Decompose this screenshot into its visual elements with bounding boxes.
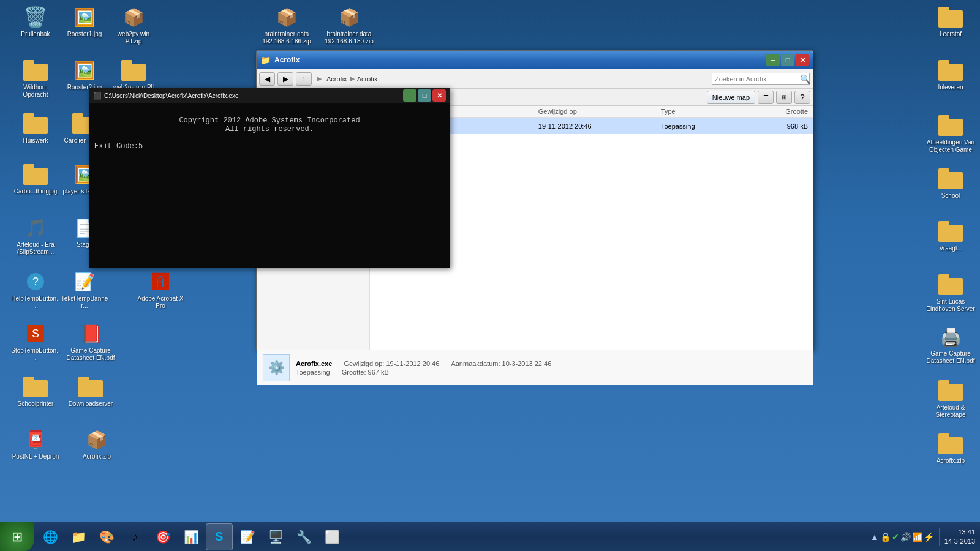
forward-button[interactable]: ▶	[277, 72, 293, 86]
explorer-titlebar: 📁 Acrofix ─ □ ✕	[257, 51, 813, 69]
tray-security[interactable]: 🔒	[880, 532, 891, 542]
taskbar-skype[interactable]: S	[206, 523, 233, 550]
desktop-icon-wildhorn[interactable]: Wildhorn Opdracht	[11, 58, 60, 99]
folder-icon-sint-lucas	[938, 272, 963, 297]
file-preview: ⚙️	[263, 354, 290, 381]
desktop-icon-postnl[interactable]: 📮 PostNL + Depron	[11, 427, 60, 460]
close-button[interactable]: ✕	[796, 54, 809, 66]
folder-icon-leerstof	[938, 5, 963, 29]
view-list-button[interactable]: ☰	[758, 91, 774, 104]
taskbar-screen[interactable]: ⬜	[318, 523, 345, 550]
help-icon: ?	[23, 269, 48, 294]
tray-expand[interactable]: ▲	[870, 532, 879, 542]
desktop-icon-leerstof[interactable]: Leerstof	[926, 5, 975, 38]
desktop-icon-web2py-folder[interactable]: web2py win Pll	[109, 58, 158, 91]
desktop: 🗑️ Prullenbak 🖼️ Rooster1.jpg 📦 web2py w…	[0, 0, 980, 551]
back-button[interactable]: ◀	[259, 72, 275, 86]
taskbar-tool[interactable]: 🔧	[290, 523, 317, 550]
cmd-content: Copyright 2012 Adobe Systems Incorporate…	[89, 103, 450, 268]
cmd-controls: ─ □ ✕	[403, 89, 446, 102]
statusbar-info: Acrofix.exe Gewijzigd op: 19-11-2012 20:…	[296, 360, 551, 376]
desktop-icon-arteloud[interactable]: 🎵 Arteloud - Era (SlipStream...	[11, 216, 60, 256]
help-button[interactable]: ?	[794, 91, 810, 104]
folder-icon-huiswerk	[938, 58, 963, 83]
desktop-icon-braintrainer-186[interactable]: 📦 braintrainer data 192.168.6.186.zip	[262, 5, 311, 45]
column-modified[interactable]: Gewijzigd op	[538, 108, 661, 115]
tray-volume[interactable]: 🔊	[900, 532, 911, 542]
desktop-icon-rooster2[interactable]: 🖼️ Rooster2.jpg	[60, 58, 109, 91]
desktop-icon-downloadserver[interactable]: Schoolprinter	[11, 375, 60, 408]
clock[interactable]: 13:41 14-3-2013	[944, 528, 975, 545]
cmd-close[interactable]: ✕	[432, 89, 446, 102]
column-size[interactable]: Grootte	[742, 108, 808, 115]
explorer-toolbar: ◀ ▶ ↑ ▶ Acrofix ▶ Acrofix 🔍	[257, 69, 813, 89]
file-modified-acrofix: 19-11-2012 20:46	[538, 122, 661, 130]
desktop-icon-school[interactable]: School	[926, 167, 975, 200]
desktop-icon-adobe[interactable]: 🅰 Adobe Acrobat X Pro	[136, 269, 185, 310]
desktop-icon-omroep[interactable]: Acrofix.zip	[926, 432, 975, 465]
start-button[interactable]: ⊞	[0, 522, 34, 552]
cmd-window: ⬛ C:\Users\Nick\Desktop\Acrofix\Acrofix\…	[89, 88, 450, 268]
new-folder-button[interactable]: Nieuwe map	[707, 91, 755, 104]
folder-icon-arteloud2	[938, 378, 963, 403]
stop-icon: S	[23, 321, 48, 346]
search-input[interactable]	[712, 73, 810, 85]
minimize-button[interactable]: ─	[766, 54, 780, 66]
search-icon: 🔍	[800, 74, 810, 84]
explorer-title-area: 📁 Acrofix	[260, 55, 766, 65]
path-segment-acrofix2[interactable]: Acrofix	[357, 75, 378, 83]
desktop-icon-inleveren[interactable]: Afbeeldingen Van Objecten Game	[926, 113, 975, 154]
taskbar-itunes[interactable]: ♪	[121, 523, 148, 550]
window-controls: ─ □ ✕	[766, 54, 809, 66]
desktop-icon-teksttemp[interactable]: 📝 TekstTempBanner...	[60, 269, 109, 310]
taskbar-files[interactable]: 📊	[178, 523, 205, 550]
desktop-icon-prullenbak[interactable]: 🗑️ Prullenbak	[11, 5, 60, 38]
clock-date: 14-3-2013	[944, 537, 975, 545]
path-segment-acrofix1[interactable]: Acrofix	[326, 75, 347, 83]
maximize-button[interactable]: □	[781, 54, 794, 66]
desktop-icon-helptemp[interactable]: ? HelpTempButton...	[11, 269, 60, 310]
desktop-icon-schoolprinter[interactable]: 🖨️ Game Capture Datasheet EN.pdf	[926, 324, 975, 365]
taskbar-pinball[interactable]: 🎯	[149, 523, 176, 550]
system-tray: ▲ 🔒 ✔ 🔊 📶 ⚡ 13:41 14-3-2013	[865, 528, 980, 546]
taskbar-notepad[interactable]: 📝	[234, 523, 261, 550]
desktop-icon-carolien[interactable]: Huiswerk	[11, 111, 60, 144]
cmd-maximize[interactable]: □	[418, 89, 431, 102]
tray-check[interactable]: ✔	[892, 532, 899, 542]
tray-network[interactable]: 📶	[912, 532, 922, 542]
desktop-icon-acrofix-zip[interactable]: 📦 Acrofix.zip	[72, 427, 121, 460]
desktop-icon-game-capture[interactable]: 📕 Game Capture Datasheet EN.pdf	[66, 321, 115, 362]
up-button[interactable]: ↑	[296, 72, 312, 86]
cmd-titlebar: ⬛ C:\Users\Nick\Desktop\Acrofix\Acrofix\…	[89, 88, 450, 103]
desktop-icon-sint-lucas[interactable]: Sint Lucas Eindhoven Server	[926, 272, 975, 313]
cmd-title-area: ⬛ C:\Users\Nick\Desktop\Acrofix\Acrofix\…	[93, 92, 403, 100]
folder-icon-stage	[938, 219, 963, 244]
desktop-icon-web2py-zip[interactable]: 📦 web2py win Pll.zip	[109, 5, 158, 45]
desktop-icon-afbeeldingen[interactable]: Carbo...thingjpg	[11, 162, 60, 195]
taskbar-remote[interactable]: 🖥️	[262, 523, 289, 550]
cmd-title-text: C:\Users\Nick\Desktop\Acrofix\Acrofix\Ac…	[104, 92, 239, 99]
audio-icon: 🎵	[23, 216, 48, 240]
desktop-icon-stoptemp[interactable]: S StopTempButton...	[11, 321, 60, 362]
desktop-icon-stage[interactable]: Vraagl...	[926, 219, 975, 252]
cmd-minimize[interactable]: ─	[403, 89, 417, 102]
tray-separator	[939, 528, 940, 546]
clock-time: 13:41	[944, 528, 975, 536]
desktop-icon-huiswerk[interactable]: Inleveren	[926, 58, 975, 91]
taskbar-paint[interactable]: 🎨	[93, 523, 120, 550]
printer-icon: 🖨️	[938, 324, 963, 349]
desktop-icon-arteloud2[interactable]: Arteloud & Stereotape	[926, 378, 975, 419]
cmd-line-3: All rights reserved.	[94, 125, 445, 133]
desktop-icon-rooster1[interactable]: 🖼️ Rooster1.jpg	[60, 5, 109, 38]
column-type[interactable]: Type	[661, 108, 742, 115]
zip-file-icon: 📦	[121, 5, 146, 29]
view-details-button[interactable]: ⊞	[776, 91, 792, 104]
taskbar: ⊞ 🌐 📁 🎨 ♪ 🎯 📊 S 📝	[0, 522, 980, 551]
taskbar-explorer[interactable]: 📁	[65, 523, 92, 550]
recycle-bin-icon: 🗑️	[23, 5, 48, 29]
tray-icons: ▲ 🔒 ✔ 🔊 📶 ⚡	[870, 532, 934, 542]
desktop-icon-acrofix-folder[interactable]: Downloadserver	[66, 375, 115, 408]
tray-power[interactable]: ⚡	[924, 532, 934, 542]
desktop-icon-braintrainer-180[interactable]: 📦 braintrainer data 192.168.6.180.zip	[325, 5, 374, 45]
taskbar-chrome[interactable]: 🌐	[37, 523, 64, 550]
